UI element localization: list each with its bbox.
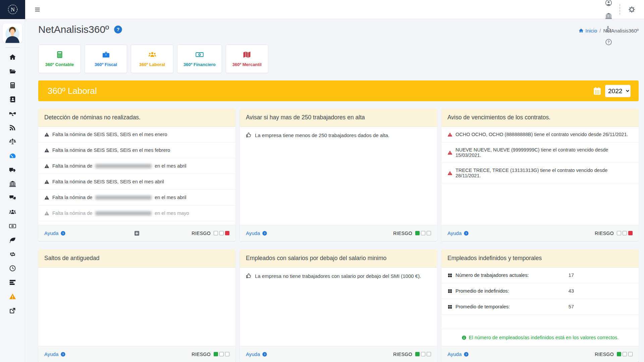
stats-list: Número de trabajadores actuales: 17 Prom… (441, 267, 639, 315)
risk-indicator: RIESGO (393, 352, 431, 357)
sidebar-item-employees[interactable] (0, 205, 25, 219)
riesgo-square (225, 352, 229, 356)
grid-icon (447, 289, 452, 294)
help-circle-icon (60, 352, 66, 357)
sidebar-item-files[interactable] (0, 64, 25, 78)
sidebar-item-legal[interactable] (0, 134, 25, 148)
riesgo-square (219, 352, 224, 356)
stat-label: Promedio de temporales: (455, 304, 510, 309)
help-circle-icon (464, 352, 469, 357)
contract-alert-row: TRECE TRECE, TRECE (13131313G) tiene el … (441, 163, 639, 183)
sidebar-item-servers[interactable] (0, 275, 25, 289)
help-link[interactable]: Ayuda (447, 230, 469, 236)
riesgo-square (214, 352, 218, 356)
sidebar-item-dashboard[interactable] (0, 148, 25, 163)
riesgo-square (617, 231, 621, 235)
grid-icon (447, 273, 452, 278)
tab-360-laboral[interactable]: 360º Laboral (131, 45, 173, 73)
panels-grid: Detección de nóminas no realizadas. Falt… (38, 109, 639, 362)
section-band: 360º Laboral 2022 (38, 80, 639, 101)
tab-360-contable[interactable]: 360º Contable (38, 45, 81, 73)
panel-title: Empleados indefinidos y temporales (441, 249, 639, 267)
riesgo-square (628, 231, 633, 235)
ok-message: La empresa tiene menos de 250 trabajador… (255, 132, 389, 138)
ok-row: La empresa no tiene trabajadores con sal… (240, 267, 437, 284)
status-note: El número de empleados/as indefinidos es… (441, 329, 639, 346)
riesgo-square (427, 231, 431, 235)
sidebar-item-feeds[interactable] (0, 120, 25, 134)
riesgo-label: RIESGO (595, 231, 614, 236)
risk-indicator: RIESGO (393, 231, 431, 236)
home-icon (579, 28, 584, 33)
year-select[interactable]: 2022 (605, 85, 631, 97)
page-help-icon[interactable] (113, 25, 123, 34)
warning-icon (447, 150, 452, 155)
user-avatar[interactable] (3, 23, 22, 43)
panel-footer: Ayuda RIESGO (240, 346, 437, 362)
redacted-name (95, 164, 152, 168)
panel-title: Aviso de vencimientos de los contratos. (441, 109, 639, 127)
toolbar-divider (620, 4, 620, 15)
alert-text: Falta la nómina de SEIS SEIS, SEIS en el… (52, 179, 164, 184)
alert-row: Falta la nómina de SEIS SEIS, SEIS en el… (38, 142, 235, 158)
menu-toggle-icon[interactable] (34, 6, 41, 13)
panel-title: Empleados con salarios por debajo del sa… (240, 249, 437, 267)
tab-label: 360º Contable (45, 62, 74, 67)
riesgo-square (415, 352, 420, 356)
tab-label: 360º Financiero (183, 62, 216, 67)
sidebar-item-external[interactable] (0, 303, 25, 317)
sidebar-item-home[interactable] (0, 50, 25, 64)
help-link[interactable]: Ayuda (246, 230, 267, 236)
help-circle-icon (464, 231, 469, 236)
riesgo-square (623, 352, 627, 356)
sidebar-item-eco[interactable] (0, 233, 25, 247)
redacted-name (95, 211, 152, 216)
alert-row: Falta la nómina de SEIS SEIS, SEIS en el… (38, 127, 235, 142)
panel-title: Detección de nóminas no realizadas. (38, 109, 235, 127)
warning-icon (447, 171, 452, 176)
tab-360-fiscal[interactable]: 360º Fiscal (85, 45, 127, 73)
alert-text: Falta la nómina de (52, 195, 92, 200)
ok-row: La empresa tiene menos de 250 trabajador… (240, 127, 437, 143)
panel-title: Saltos de antiguedad (38, 249, 235, 267)
sidebar-item-alerts[interactable] (0, 289, 25, 303)
tab-label: 360º Mercantil (232, 62, 262, 67)
tab-360-financiero[interactable]: 360º Financiero (177, 45, 222, 73)
help-label: Ayuda (44, 351, 58, 357)
sidebar-item-payments[interactable] (0, 219, 25, 233)
grid-icon (447, 304, 452, 309)
panel-footer: Ayuda RIESGO (441, 346, 639, 362)
sidebar-item-recurring[interactable] (0, 247, 25, 261)
thumbs-up-icon (246, 273, 252, 279)
sidebar-item-bank[interactable] (0, 177, 25, 191)
gear-icon[interactable] (628, 5, 636, 14)
riesgo-square (219, 231, 224, 235)
expand-icon[interactable] (134, 230, 140, 236)
panel-title: Avisar si hay mas de 250 trabajadores en… (240, 109, 437, 127)
panel-footer: Ayuda RIESGO (441, 225, 639, 241)
empty-body (38, 267, 235, 346)
alert-text: Falta la nómina de (52, 163, 92, 169)
sidebar-item-accounting[interactable] (0, 78, 25, 92)
help-link[interactable]: Ayuda (447, 351, 469, 357)
page-header: NetAnalisis360º Inicio / NetAnalisis360º (38, 24, 639, 36)
sidebar-item-logistics[interactable] (0, 163, 25, 177)
status-note-text: El número de empleados/as indefinidos es… (469, 335, 619, 340)
sidebar-item-contacts[interactable] (0, 92, 25, 106)
help-circle-icon[interactable] (605, 32, 612, 52)
tab-360-mercantil[interactable]: 360º Mercantil (226, 45, 268, 73)
sidebar-item-messages[interactable] (0, 191, 25, 205)
help-link[interactable]: Ayuda (246, 351, 267, 357)
sidebar-nav (0, 50, 25, 317)
help-link[interactable]: Ayuda (44, 351, 66, 357)
app-logo[interactable] (0, 0, 25, 19)
warning-icon (44, 164, 49, 169)
sidebar-item-agreements[interactable] (0, 106, 25, 120)
help-link[interactable]: Ayuda (44, 230, 66, 236)
help-label: Ayuda (447, 230, 462, 236)
stat-row: Número de trabajadores actuales: 17 (441, 267, 639, 283)
breadcrumb-home-link[interactable]: Inicio (579, 28, 597, 34)
panel-footer: Ayuda RIESGO (240, 225, 437, 241)
sidebar-item-history[interactable] (0, 261, 25, 275)
help-circle-icon (262, 231, 267, 236)
